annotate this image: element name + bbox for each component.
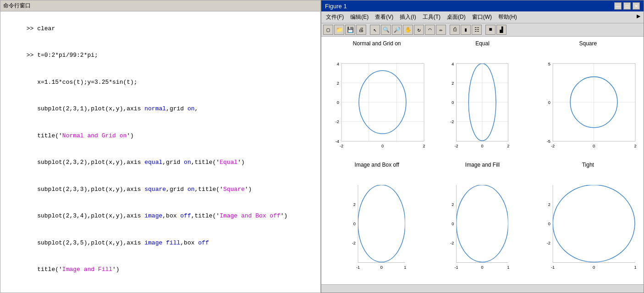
fig-plots: Normal and Grid on bbox=[321, 37, 644, 284]
plot-svg-1: 4 2 0 -2 -4 -2 0 2 bbox=[325, 48, 429, 160]
tb-zoom-out[interactable]: 🔎 bbox=[392, 25, 402, 35]
plot-cell-5: Image and Fill 2 0 -2 -1 0 1 bbox=[430, 162, 534, 281]
tb-open[interactable]: 📁 bbox=[334, 25, 344, 35]
plot-svg-6: 2 0 -2 -1 0 1 bbox=[536, 169, 640, 281]
minimize-button[interactable]: — bbox=[614, 2, 622, 10]
plot-title-5: Image and Fill bbox=[465, 162, 500, 168]
close-button[interactable]: ✕ bbox=[633, 2, 640, 10]
plot-title-3: Square bbox=[579, 40, 597, 47]
tb-save[interactable]: 💾 bbox=[345, 25, 355, 35]
svg-text:2: 2 bbox=[452, 202, 454, 207]
svg-text:1: 1 bbox=[404, 265, 406, 269]
svg-text:0: 0 bbox=[452, 100, 454, 105]
svg-text:2: 2 bbox=[423, 144, 425, 148]
svg-text:0: 0 bbox=[548, 100, 550, 105]
plot-area-5: 2 0 -2 -1 0 1 bbox=[430, 169, 534, 281]
cmd-titlebar: 命令行窗口 bbox=[0, 0, 320, 11]
svg-text:2: 2 bbox=[634, 144, 636, 148]
cmd-line-3: x=1.15*cos(t);y=3.25*sin(t); bbox=[5, 69, 316, 96]
menu-help[interactable]: 帮助(H) bbox=[495, 12, 520, 22]
menu-tools[interactable]: 工具(T) bbox=[420, 12, 443, 22]
svg-text:0: 0 bbox=[548, 222, 550, 226]
tb-split[interactable]: ▟ bbox=[496, 25, 506, 35]
svg-text:0: 0 bbox=[337, 100, 339, 105]
svg-text:0: 0 bbox=[593, 144, 595, 148]
tb-hide[interactable]: ■ bbox=[485, 25, 495, 35]
svg-text:0: 0 bbox=[381, 144, 384, 148]
svg-text:-5: -5 bbox=[546, 139, 550, 144]
svg-text:-2: -2 bbox=[340, 144, 343, 148]
menu-view[interactable]: 查看(V) bbox=[372, 12, 396, 22]
tb-zoom-in[interactable]: 🔍 bbox=[381, 25, 391, 35]
plot-svg-5: 2 0 -2 -1 0 1 bbox=[430, 169, 534, 281]
plot-cell-1: Normal and Grid on bbox=[325, 40, 429, 160]
plot-area-6: 2 0 -2 -1 0 1 bbox=[536, 169, 640, 281]
menu-desktop[interactable]: 桌面(D) bbox=[444, 12, 468, 22]
svg-rect-0 bbox=[341, 64, 424, 141]
plot-area-3: 5 0 -5 -2 0 2 bbox=[536, 48, 640, 160]
maximize-button[interactable]: □ bbox=[623, 2, 631, 10]
svg-text:0: 0 bbox=[481, 265, 484, 269]
tb-colorbar[interactable]: ▮ bbox=[461, 25, 471, 35]
cmd-line-11: subplot(2,3,6),plot(x,y),axis tight,box … bbox=[5, 283, 316, 293]
fig-title: Figure 1 bbox=[325, 3, 347, 10]
cmd-line-2: >> t=0:2*pi/99:2*pi; bbox=[5, 42, 316, 69]
svg-text:-2: -2 bbox=[336, 119, 339, 124]
tb-legend[interactable]: ☷ bbox=[472, 25, 482, 35]
cmd-line-6: subplot(2,3,2),plot(x,y),axis equal,grid… bbox=[5, 149, 316, 176]
tb-print[interactable]: 🖨 bbox=[356, 25, 366, 35]
svg-text:-1: -1 bbox=[455, 265, 458, 269]
svg-text:2: 2 bbox=[548, 202, 550, 207]
cmd-title: 命令行窗口 bbox=[3, 2, 31, 10]
plot-svg-4: 2 0 -2 -1 0 1 bbox=[325, 169, 429, 281]
svg-text:4: 4 bbox=[337, 62, 339, 66]
svg-text:0: 0 bbox=[481, 144, 484, 148]
plot-svg-2: 4 2 0 -2 -2 0 2 bbox=[430, 48, 534, 160]
tb-datacursor[interactable]: ◠ bbox=[425, 25, 435, 35]
plot-cell-6: Tight 2 0 -2 -1 0 1 bbox=[536, 162, 640, 281]
svg-text:2: 2 bbox=[337, 81, 339, 86]
fig-menubar: 文件(F) 编辑(E) 查看(V) 插入(I) 工具(T) 桌面(D) 窗口(W… bbox=[321, 11, 644, 23]
svg-text:-1: -1 bbox=[356, 265, 360, 269]
plot-area-1: 4 2 0 -2 -4 -2 0 2 bbox=[325, 48, 429, 160]
command-window: 命令行窗口 >> clear >> t=0:2*pi/99:2*pi; x=1.… bbox=[0, 0, 321, 293]
cmd-line-10: title('Image and Fill') bbox=[5, 256, 316, 283]
figure-window: Figure 1 — □ ✕ 文件(F) 编辑(E) 查看(V) 插入(I) 工… bbox=[321, 0, 644, 293]
cmd-line-5: title('Normal and Grid on') bbox=[5, 122, 316, 149]
svg-text:-2: -2 bbox=[451, 241, 454, 245]
svg-text:-2: -2 bbox=[455, 144, 458, 148]
menu-file[interactable]: 文件(F) bbox=[323, 12, 347, 22]
cmd-content[interactable]: >> clear >> t=0:2*pi/99:2*pi; x=1.15*cos… bbox=[0, 11, 320, 293]
menu-insert[interactable]: 插入(I) bbox=[397, 12, 418, 22]
cmd-line-9: subplot(2,3,5),plot(x,y),axis image fill… bbox=[5, 229, 316, 256]
menu-arrow[interactable]: ► bbox=[635, 12, 642, 22]
menu-window[interactable]: 窗口(W) bbox=[469, 12, 495, 22]
svg-text:5: 5 bbox=[548, 62, 550, 66]
svg-text:-2: -2 bbox=[451, 119, 454, 124]
svg-text:0: 0 bbox=[380, 265, 383, 269]
fig-toolbar: ▢ 📁 💾 🖨 ↖ 🔍 🔎 ✋ ↻ ◠ ✏ ⎙ ▮ ☷ ■ ▟ bbox=[321, 23, 644, 37]
tb-new[interactable]: ▢ bbox=[323, 25, 333, 35]
svg-text:-4: -4 bbox=[336, 139, 339, 144]
plot-area-4: 2 0 -2 -1 0 1 bbox=[325, 169, 429, 281]
plot-area-2: 4 2 0 -2 -2 0 2 bbox=[430, 48, 534, 160]
tb-pan[interactable]: ✋ bbox=[403, 25, 413, 35]
plot-title-4: Image and Box off bbox=[355, 162, 399, 168]
svg-text:-2: -2 bbox=[352, 241, 356, 245]
tb-rotate[interactable]: ↻ bbox=[414, 25, 424, 35]
plot-title-6: Tight bbox=[582, 162, 594, 168]
cmd-line-8: subplot(2,3,4),plot(x,y),axis image,box … bbox=[5, 203, 316, 230]
svg-text:4: 4 bbox=[452, 62, 454, 66]
svg-text:-1: -1 bbox=[551, 265, 555, 269]
tb-pointer[interactable]: ↖ bbox=[370, 25, 380, 35]
menu-edit[interactable]: 编辑(E) bbox=[347, 12, 371, 22]
cmd-line-7: subplot(2,3,3),plot(x,y),axis square,gri… bbox=[5, 176, 316, 203]
plot-cell-2: Equal 4 2 0 bbox=[430, 40, 534, 160]
plot-svg-3: 5 0 -5 -2 0 2 bbox=[536, 48, 640, 160]
plot-title-1: Normal and Grid on bbox=[353, 40, 401, 47]
tb-brush[interactable]: ✏ bbox=[436, 25, 446, 35]
svg-text:-2: -2 bbox=[546, 241, 550, 245]
svg-text:-2: -2 bbox=[551, 144, 555, 148]
tb-print2[interactable]: ⎙ bbox=[450, 25, 460, 35]
fig-titlebar-controls: — □ ✕ bbox=[614, 2, 640, 10]
